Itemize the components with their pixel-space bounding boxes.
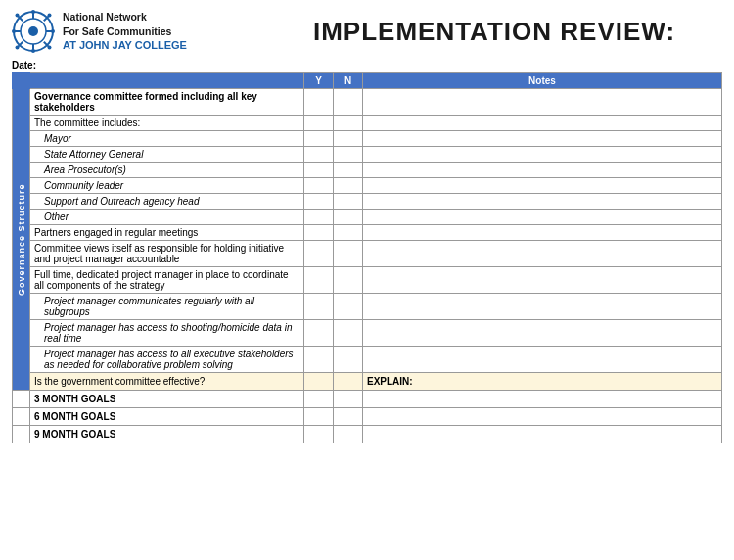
y-cell[interactable] xyxy=(304,116,334,131)
notes-cell[interactable] xyxy=(363,147,722,163)
date-label: Date: xyxy=(12,60,36,70)
notes-cell[interactable] xyxy=(363,267,722,294)
goals-y-cell[interactable] xyxy=(304,391,334,408)
n-cell[interactable] xyxy=(334,178,363,194)
goals-notes-cell[interactable] xyxy=(363,408,722,426)
n-header: N xyxy=(334,73,363,89)
svg-point-16 xyxy=(48,14,52,18)
svg-point-11 xyxy=(31,10,35,14)
goals-n-cell[interactable] xyxy=(334,391,363,408)
y-cell[interactable] xyxy=(304,163,334,178)
table-row: Project manager has access to all execut… xyxy=(13,347,722,373)
goals-n-cell[interactable] xyxy=(334,426,363,443)
table-header-row: Y N Notes xyxy=(13,73,722,89)
notes-cell[interactable] xyxy=(363,116,722,131)
main-table: Y N Notes Governance StructureGovernance… xyxy=(12,72,722,443)
n-cell[interactable] xyxy=(334,225,363,241)
notes-cell[interactable] xyxy=(363,241,722,267)
notes-cell[interactable] xyxy=(363,131,722,147)
table-row: Area Prosecutor(s) xyxy=(13,163,722,178)
n-cell[interactable] xyxy=(334,347,363,373)
notes-cell[interactable] xyxy=(363,225,722,241)
svg-point-2 xyxy=(28,26,38,36)
y-cell[interactable] xyxy=(304,178,334,194)
notes-cell[interactable] xyxy=(363,163,722,178)
goals-row-0: 3 MONTH GOALS xyxy=(13,391,722,408)
item-cell: Community leader xyxy=(30,178,304,194)
notes-cell[interactable] xyxy=(363,210,722,225)
item-cell: State Attorney General xyxy=(30,147,304,163)
y-cell[interactable] xyxy=(304,320,334,347)
question-item-cell: Is the government committee effective? xyxy=(30,373,304,391)
table-row: Support and Outreach agency head xyxy=(13,194,722,210)
org-name-line3: at JOHN JAY COLLEGE xyxy=(63,38,187,53)
goals-notes-cell[interactable] xyxy=(363,391,722,408)
notes-header: Notes xyxy=(363,73,722,89)
n-cell[interactable] xyxy=(334,131,363,147)
y-cell[interactable] xyxy=(304,210,334,225)
item-cell: Area Prosecutor(s) xyxy=(30,163,304,178)
goals-y-cell[interactable] xyxy=(304,408,334,426)
goals-section-cell xyxy=(13,391,30,408)
date-row: Date: xyxy=(12,59,722,70)
goals-y-cell[interactable] xyxy=(304,426,334,443)
y-cell[interactable] xyxy=(304,267,334,294)
notes-cell[interactable] xyxy=(363,294,722,320)
org-name-line2: For Safe Communities xyxy=(63,24,187,38)
goals-n-cell[interactable] xyxy=(334,408,363,426)
notes-cell[interactable] xyxy=(363,178,722,194)
n-cell[interactable] xyxy=(334,163,363,178)
logo-area: National Network For Safe Communities at… xyxy=(12,10,266,53)
logo-text: National Network For Safe Communities at… xyxy=(63,10,187,52)
question-n-cell[interactable] xyxy=(334,373,363,391)
n-cell[interactable] xyxy=(334,294,363,320)
title-area: IMPLEMENTATION REVIEW: xyxy=(266,17,722,47)
table-row: State Attorney General xyxy=(13,147,722,163)
n-cell[interactable] xyxy=(334,241,363,267)
y-cell[interactable] xyxy=(304,131,334,147)
date-input-line[interactable] xyxy=(38,59,234,70)
notes-cell[interactable] xyxy=(363,89,722,116)
n-cell[interactable] xyxy=(334,320,363,347)
y-cell[interactable] xyxy=(304,147,334,163)
svg-point-14 xyxy=(51,29,55,33)
y-cell[interactable] xyxy=(304,89,334,116)
goals-row-2: 9 MONTH GOALS xyxy=(13,426,722,443)
section-header-col xyxy=(13,73,30,89)
svg-point-13 xyxy=(12,29,16,33)
table-row: The committee includes: xyxy=(13,116,722,131)
table-row: Project manager communicates regularly w… xyxy=(13,294,722,320)
table-row: Community leader xyxy=(13,178,722,194)
org-name-line1: National Network xyxy=(63,10,187,23)
n-cell[interactable] xyxy=(334,267,363,294)
table-row: Full time, dedicated project manager in … xyxy=(13,267,722,294)
item-header xyxy=(30,73,304,89)
y-cell[interactable] xyxy=(304,241,334,267)
y-cell[interactable] xyxy=(304,225,334,241)
question-notes-cell[interactable]: EXPLAIN: xyxy=(363,373,722,391)
notes-cell[interactable] xyxy=(363,194,722,210)
question-row: Is the government committee effective?EX… xyxy=(13,373,722,391)
question-y-cell[interactable] xyxy=(304,373,334,391)
goals-label-cell: 9 MONTH GOALS xyxy=(30,426,304,443)
notes-cell[interactable] xyxy=(363,320,722,347)
goals-row-1: 6 MONTH GOALS xyxy=(13,408,722,426)
n-cell[interactable] xyxy=(334,147,363,163)
notes-cell[interactable] xyxy=(363,347,722,373)
n-cell[interactable] xyxy=(334,194,363,210)
svg-point-18 xyxy=(48,46,52,50)
item-cell: Committee views itself as responsible fo… xyxy=(30,241,304,267)
y-cell[interactable] xyxy=(304,294,334,320)
n-cell[interactable] xyxy=(334,89,363,116)
y-cell[interactable] xyxy=(304,347,334,373)
table-body: Governance StructureGovernance committee… xyxy=(13,89,722,443)
logo-icon xyxy=(12,10,55,53)
y-cell[interactable] xyxy=(304,194,334,210)
goals-notes-cell[interactable] xyxy=(363,426,722,443)
svg-point-17 xyxy=(16,46,20,50)
n-cell[interactable] xyxy=(334,116,363,131)
item-cell: Project manager has access to all execut… xyxy=(30,347,304,373)
n-cell[interactable] xyxy=(334,210,363,225)
goals-section-cell xyxy=(13,426,30,443)
svg-point-15 xyxy=(16,14,20,18)
